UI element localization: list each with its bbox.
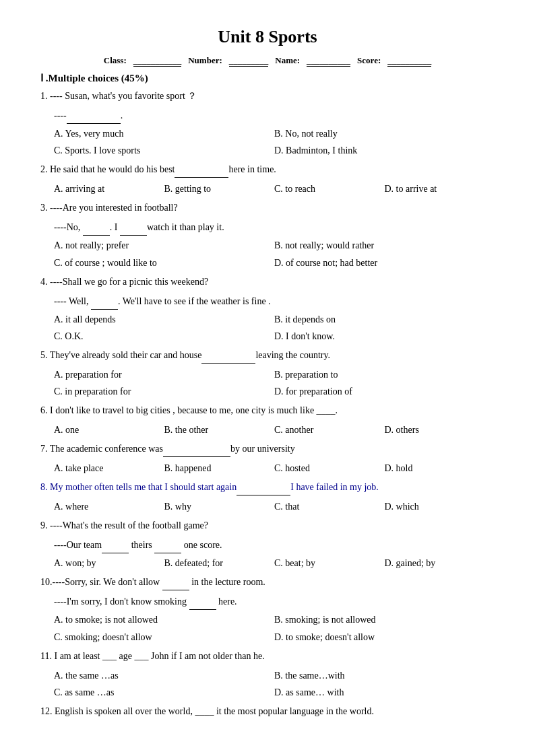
question-3: 3. ----Are you interested in football? (40, 200, 495, 216)
class-label: Class: (104, 55, 127, 66)
q3-c: C. of course ; would like to (54, 254, 274, 271)
q9-b: B. defeated; for (164, 555, 275, 572)
q3-d: D. of course not; had better (274, 254, 495, 271)
q5-b: B. preparation to (274, 366, 495, 383)
q10-c: C. smoking; doesn't allow (54, 629, 274, 646)
question-6: 6. I don't like to travel to big cities … (40, 403, 495, 419)
class-blank: ___________ (133, 55, 182, 67)
question-8: 8. My mother often tells me that I shoul… (40, 479, 495, 495)
question-4: 4. ----Shall we go for a picnic this wee… (40, 274, 495, 290)
q1-d: D. Badminton, I think (274, 142, 495, 159)
q6-b: B. the other (164, 421, 275, 438)
header-row: Class: ___________ Number: _________ Nam… (40, 55, 495, 67)
number-label: Number: (188, 55, 222, 66)
question-5: 5. They've already sold their car and ho… (40, 347, 495, 364)
q11-c: C. as same …as (54, 684, 274, 701)
q2-b: B. getting to (164, 180, 275, 197)
q5-d: D. for preparation of (274, 383, 495, 400)
score-blank: __________ (387, 55, 431, 67)
question-12: 12. English is spoken all over the world… (40, 703, 495, 720)
q8-b: B. why (164, 498, 275, 515)
q1-c: C. Sports. I love sports (54, 142, 274, 159)
q2-d: D. to arrive at (385, 180, 495, 197)
q10-d: D. to smoke; doesn't allow (274, 629, 495, 646)
question-10-answers: A. to smoke; is not allowed B. smoking; … (54, 611, 495, 645)
q4-b: B. it depends on (274, 311, 495, 328)
q1-a: A. Yes, very much (54, 125, 274, 142)
q8-d: D. which (385, 498, 495, 515)
q11-a: A. the same …as (54, 667, 274, 684)
q10-a: A. to smoke; is not allowed (54, 611, 274, 628)
q11-b: B. the same…with (274, 667, 495, 684)
question-4-sub: ---- Well, . We'll have to see if the we… (54, 293, 495, 310)
q1-b: B. No, not really (274, 125, 495, 142)
q6-a: A. one (54, 421, 164, 438)
question-1: 1. ---- Susan, what's you favorite sport… (40, 88, 495, 104)
q10-b: B. smoking; is not allowed (274, 611, 495, 628)
title: Unit 8 Sports (40, 27, 495, 47)
q2-c: C. to reach (274, 180, 385, 197)
q3-a: A. not really; prefer (54, 237, 274, 254)
question-10: 10.----Sorry, sir. We don't allow in the… (40, 574, 495, 590)
q4-d: D. I don't know. (274, 328, 495, 345)
q8-c: C. that (274, 498, 385, 515)
question-4-answers: A. it all depends B. it depends on C. O.… (54, 311, 495, 345)
question-3-sub: ----No, . I watch it than play it. (54, 219, 495, 236)
q5-c: C. in preparation for (54, 383, 274, 400)
question-1-answers: A. Yes, very much B. No, not really C. S… (54, 125, 495, 159)
q9-c: C. beat; by (274, 555, 385, 572)
question-7: 7. The academic conference wasby our uni… (40, 441, 495, 457)
name-blank: __________ (307, 55, 350, 67)
q2-a: A. arriving at (54, 180, 164, 197)
question-6-answers: A. one B. the other C. another D. others (54, 421, 495, 438)
question-9-answers: A. won; by B. defeated; for C. beat; by … (54, 555, 495, 572)
score-label: Score: (357, 55, 381, 66)
q4-c: C. O.K. (54, 328, 274, 345)
q5-a: A. preparation for (54, 366, 274, 383)
question-9-sub: ----Our team theirs one score. (54, 537, 495, 553)
q7-b: B. happened (164, 460, 275, 477)
question-5-answers: A. preparation for B. preparation to C. … (54, 366, 495, 400)
q9-d: D. gained; by (385, 555, 495, 572)
question-3-answers: A. not really; prefer B. not really; wou… (54, 237, 495, 271)
name-label: Name: (275, 55, 300, 66)
q9-a: A. won; by (54, 555, 164, 572)
q3-b: B. not really; would rather (274, 237, 495, 254)
section1-title: Ⅰ .Multiple choices (45%) (40, 72, 495, 84)
q11-d: D. as same… with (274, 684, 495, 701)
question-1-sub: ----. (54, 107, 495, 124)
question-11: 11. I am at least ___ age ___ John if I … (40, 648, 495, 664)
q6-c: C. another (274, 421, 385, 438)
question-9: 9. ----What's the result of the football… (40, 518, 495, 534)
q7-c: C. hosted (274, 460, 385, 477)
q7-a: A. take place (54, 460, 164, 477)
question-10-sub: ----I'm sorry, I don't know smoking here… (54, 593, 495, 610)
question-7-answers: A. take place B. happened C. hosted D. h… (54, 460, 495, 477)
number-blank: _________ (229, 55, 269, 67)
q4-a: A. it all depends (54, 311, 274, 328)
q6-d: D. others (385, 421, 495, 438)
question-2: 2. He said that he would do his besthere… (40, 162, 495, 178)
question-8-answers: A. where B. why C. that D. which (54, 498, 495, 515)
question-2-answers: A. arriving at B. getting to C. to reach… (54, 180, 495, 197)
q7-d: D. hold (385, 460, 495, 477)
q8-a: A. where (54, 498, 164, 515)
question-11-answers: A. the same …as B. the same…with C. as s… (54, 667, 495, 701)
